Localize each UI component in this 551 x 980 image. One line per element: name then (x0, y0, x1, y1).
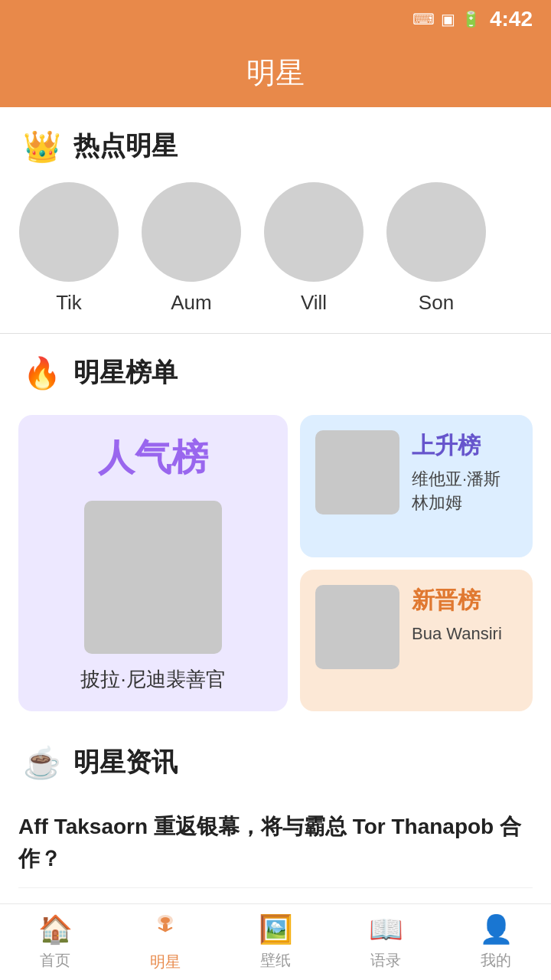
star-name-aum: Aum (171, 291, 211, 315)
nav-item-home[interactable]: 🏠 首页 (17, 913, 93, 971)
popularity-star-name: 披拉·尼迪裴善官 (80, 666, 225, 693)
nav-label-home: 首页 (40, 950, 70, 971)
popularity-label: 人气榜 (98, 433, 208, 482)
nav-item-wallpaper[interactable]: 🖼️ 壁纸 (237, 913, 314, 971)
nav-item-profile[interactable]: 👤 我的 (458, 913, 534, 971)
star-nav-icon (152, 913, 179, 947)
hot-stars-title: 热点明星 (73, 129, 178, 164)
bottom-navigation: 🏠 首页 明星 🖼️ 壁纸 📖 语录 👤 我的 (0, 903, 551, 980)
star-name-vill: Vill (301, 291, 327, 315)
new-entry-info: 新晋榜 Bua Wansiri (412, 585, 502, 646)
coffee-icon: ☕ (23, 747, 61, 778)
star-charts-title: 明星榜单 (73, 355, 178, 390)
small-charts-container: 上升榜 维他亚·潘斯林加姆 新晋榜 Bua Wansiri (300, 415, 533, 711)
news-item-title-0: Aff Taksaorn 重返银幕，将与霸总 Tor Thanapob 合作？ (18, 815, 521, 871)
quotes-icon: 📖 (369, 913, 403, 946)
profile-icon: 👤 (479, 913, 514, 946)
star-item-vill[interactable]: Vill (260, 182, 367, 315)
nav-label-wallpaper: 壁纸 (260, 950, 291, 971)
nav-label-stars: 明星 (150, 952, 181, 972)
status-bar: ⌨ ▣ 🔋 4:42 (0, 0, 551, 38)
rising-chart-card[interactable]: 上升榜 维他亚·潘斯林加姆 (300, 415, 533, 557)
star-charts-section-header: 🔥 明星榜单 (0, 334, 551, 403)
battery-icon: 🔋 (461, 10, 481, 28)
rising-label: 上升榜 (412, 430, 517, 462)
crown-icon: 👑 (23, 131, 61, 162)
wifi-icon: ⌨ (412, 10, 435, 28)
fire-icon: 🔥 (23, 358, 61, 388)
nav-label-profile: 我的 (481, 950, 511, 971)
page-title: 明星 (246, 54, 305, 93)
signal-icon: ▣ (441, 10, 455, 28)
new-entry-label: 新晋榜 (412, 585, 502, 616)
hot-stars-list: Tik Aum Vill Son (0, 176, 551, 333)
nav-item-stars[interactable]: 明星 (127, 913, 204, 972)
page-header: 明星 (0, 38, 551, 107)
wallpaper-icon: 🖼️ (259, 913, 293, 946)
star-avatar-tik (19, 182, 119, 282)
rising-star-name: 维他亚·潘斯林加姆 (412, 468, 517, 515)
hot-stars-section-header: 👑 热点明星 (0, 107, 551, 176)
news-section-header: ☕ 明星资讯 (0, 724, 551, 792)
status-icons: ⌨ ▣ 🔋 (412, 10, 481, 28)
rising-thumbnail (315, 430, 399, 514)
rising-info: 上升榜 维他亚·潘斯林加姆 (412, 430, 517, 515)
popularity-thumbnail (84, 501, 222, 654)
star-item-aum[interactable]: Aum (138, 182, 245, 315)
star-avatar-aum (142, 182, 241, 282)
home-icon: 🏠 (38, 913, 73, 946)
main-content: 👑 热点明星 Tik Aum Vill Son 🔥 明星榜单 人气榜 披拉 (0, 107, 551, 903)
star-item-tik[interactable]: Tik (15, 182, 122, 315)
new-entry-thumbnail (315, 585, 399, 669)
svg-point-1 (161, 917, 170, 923)
news-list: Aff Taksaorn 重返银幕，将与霸总 Tor Thanapob 合作？ (0, 792, 551, 903)
star-avatar-son (386, 182, 486, 282)
popularity-chart-card[interactable]: 人气榜 披拉·尼迪裴善官 (18, 415, 288, 711)
star-avatar-vill (264, 182, 364, 282)
new-entry-star-name: Bua Wansiri (412, 622, 502, 646)
star-name-tik: Tik (56, 291, 82, 315)
news-title: 明星资讯 (73, 745, 178, 780)
nav-item-quotes[interactable]: 📖 语录 (347, 913, 424, 971)
nav-label-quotes: 语录 (370, 950, 401, 971)
new-entry-chart-card[interactable]: 新晋榜 Bua Wansiri (300, 570, 533, 712)
status-time: 4:42 (490, 7, 533, 31)
star-item-son[interactable]: Son (383, 182, 490, 315)
news-item-0[interactable]: Aff Taksaorn 重返银幕，将与霸总 Tor Thanapob 合作？ (18, 799, 533, 888)
star-name-son: Son (419, 291, 454, 315)
charts-container: 人气榜 披拉·尼迪裴善官 上升榜 维他亚·潘斯林加姆 新晋榜 Bua Wansi… (0, 403, 551, 724)
